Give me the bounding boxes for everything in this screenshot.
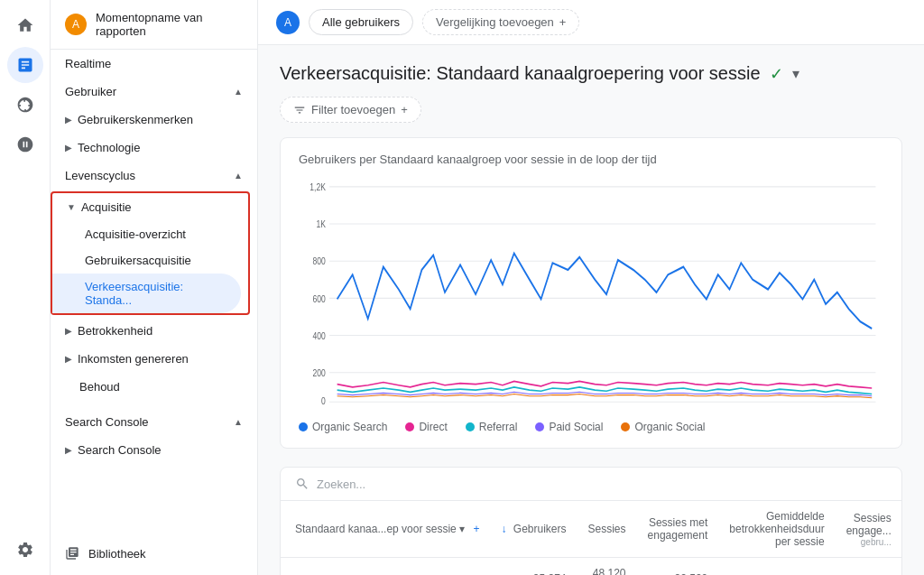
gem-dur-col-label-1: Gemiddelde [766,510,825,523]
title-dropdown-icon[interactable]: ▾ [792,65,799,82]
table-search-icon [295,477,310,491]
search-console-label: Search Console [78,443,236,457]
library-item[interactable]: Bibliotheek [51,539,257,568]
search-console-section-header[interactable]: Search Console ▲ [51,408,257,436]
sidebar-header: A Momentopname van rapporten [51,0,257,50]
sessies-engage-column-header[interactable]: Sessies engage... gebru... [836,501,902,558]
gebruikerskenmerken-label: Gebruikerskenmerken [78,113,236,126]
totals-sessies-value: 48.120 [588,567,626,575]
svg-text:14: 14 [437,411,446,412]
chart-title: Gebruikers per Standaard kanaalgroep voo… [299,153,883,166]
sessies-engagement-column-header[interactable]: Sessies met engagement [637,501,719,558]
sidebar: A Momentopname van rapporten Realtime Ge… [51,0,258,575]
gebruiker-label: Gebruiker [65,85,116,98]
levenscyclus-section-header[interactable]: Levenscyclus ▲ [51,162,257,190]
legend-dot-referral [466,422,475,431]
sessies-engage-col-sub: gebru... [861,537,892,547]
sessies-col-label: Sessies [588,523,626,535]
advertising-icon[interactable] [7,126,43,162]
add-comparison-icon: + [559,15,567,29]
levenscyclus-label: Levenscyclus [65,169,135,182]
acquisitie-group: ▼ Acquisitie Acquisitie-overzicht Gebrui… [51,191,250,315]
line-chart: 1,2K 1K 800 600 400 200 0 07 mei 14 21 2… [299,177,883,412]
legend-paid-social[interactable]: Paid Social [535,421,603,433]
app-icon: A [65,14,87,35]
add-filter-button[interactable]: Filter toevoegen + [280,97,421,123]
inkomsten-item[interactable]: ▶ Inkomsten genereren [51,345,250,373]
gebruikersacquisitie-item[interactable]: Gebruikersacquisitie [52,247,241,274]
betrokkenheid-item[interactable]: ▶ Betrokkenheid [51,317,250,345]
legend-dot-organic [299,422,308,431]
legend-label-organic-social: Organic Social [634,421,705,433]
main-content: A Alle gebruikers Vergelijking toevoegen… [258,0,924,575]
technologie-item[interactable]: ▶ Technologie [51,134,250,162]
legend-referral[interactable]: Referral [466,421,518,433]
verified-icon: ✓ [770,64,783,84]
inkomsten-arrow: ▶ [65,354,72,364]
add-comparison-label: Vergelijking toevoegen [436,15,554,29]
sessies-column-header[interactable]: Sessies [578,501,637,558]
add-comparison-button[interactable]: Vergelijking toevoegen + [422,9,579,35]
legend-organic-social[interactable]: Organic Social [621,421,705,433]
search-console-item[interactable]: ▶ Search Console [51,436,250,464]
legend-dot-direct [405,422,414,431]
chart-container: 1,2K 1K 800 600 400 200 0 07 mei 14 21 2… [299,177,883,412]
svg-text:800: 800 [313,255,327,266]
gebruiker-section-header[interactable]: Gebruiker ▲ [51,78,257,106]
legend-label-organic: Organic Search [312,421,387,433]
icon-rail [0,0,51,575]
chart-legend: Organic Search Direct Referral Paid Soci… [299,421,883,433]
svg-text:25: 25 [848,411,856,412]
dimension-column-header[interactable]: Standaard kanaa...ep voor sessie ▾ + [281,501,490,558]
legend-dot-paid-social [535,422,544,431]
svg-text:400: 400 [313,330,327,341]
chart-section: Gebruikers per Standaard kanaalgroep voo… [280,137,902,449]
svg-text:600: 600 [313,293,327,304]
add-dimension-icon[interactable]: + [473,523,479,535]
svg-text:18: 18 [783,411,791,412]
home-icon[interactable] [7,7,43,43]
gebruiker-chevron: ▲ [234,87,243,97]
gem-dur-col-label-3: per sessie [775,535,825,548]
acquisitie-overzicht-item[interactable]: Acquisitie-overzicht [52,221,241,247]
sidebar-item-realtime[interactable]: Realtime [51,50,257,78]
betrokkenheid-label: Betrokkenheid [78,324,236,338]
dimension-label: Standaard kanaa...ep voor sessie [295,523,457,535]
filter-label: Filter toevoegen [311,103,395,116]
totals-dimension-cell [281,558,490,576]
behoud-item[interactable]: Behoud [51,373,250,401]
gem-dur-column-header[interactable]: Gemiddelde betrokkenheidsduur per sessie [718,501,835,558]
explore-icon[interactable] [7,87,43,123]
legend-organic-search[interactable]: Organic Search [299,421,387,433]
totals-gebruikers-cell: 35.374 100% van totaal [490,558,577,576]
totals-gem-dur-cell: 41 s Gem. 0% [718,558,835,576]
svg-text:1,2K: 1,2K [310,181,326,192]
reports-icon[interactable] [7,47,43,83]
betrokkenheid-arrow: ▶ [65,326,72,336]
inkomsten-label: Inkomsten genereren [78,352,236,366]
svg-text:0: 0 [321,395,326,406]
arrow-icon: ▶ [65,115,72,125]
filter-plus-icon: + [401,103,408,116]
topbar: A Alle gebruikers Vergelijking toevoegen… [258,0,924,45]
snapshot-label: Momentopname van rapporten [96,11,243,38]
acquisitie-item[interactable]: ▼ Acquisitie [52,193,241,221]
all-users-button[interactable]: Alle gebruikers [309,9,413,35]
technologie-label: Technologie [78,141,236,154]
verkeersacquisitie-item[interactable]: Verkeersacquisitie: Standa... [52,274,241,313]
search-console-chevron: ▲ [234,417,243,427]
settings-icon[interactable] [7,532,43,568]
library-icon [65,546,79,561]
levenscyclus-chevron: ▲ [234,171,243,181]
user-badge: A [276,11,300,34]
acquisitie-label: Acquisitie [81,200,226,214]
sidebar-bottom: Bibliotheek [51,532,257,575]
gebruikers-column-header[interactable]: ↓ Gebruikers [490,501,577,558]
library-label: Bibliotheek [88,547,146,561]
svg-text:04: 04 [644,411,653,412]
totals-sessies-eng-cell: 32.529 100% van totaal [637,558,719,576]
legend-direct[interactable]: Direct [405,421,447,433]
dimension-dropdown-icon[interactable]: ▾ [459,523,465,535]
table-search-input[interactable] [317,478,887,491]
gebruikerskenmerken-item[interactable]: ▶ Gebruikerskenmerken [51,106,250,134]
